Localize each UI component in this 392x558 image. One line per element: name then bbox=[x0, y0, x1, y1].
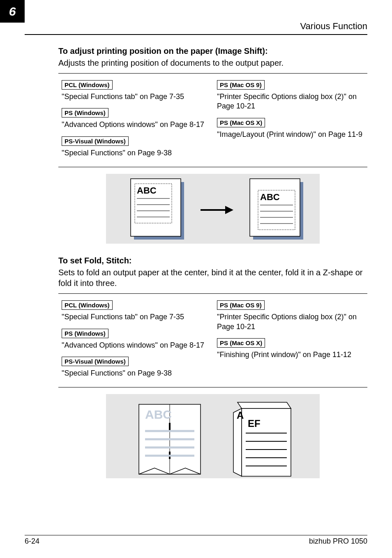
driver-tag: PS (Mac OS X) bbox=[217, 338, 265, 348]
driver-tag: PS-Visual (Windows) bbox=[62, 136, 129, 146]
driver-link: "Printer Specific Options dialog box (2)… bbox=[217, 92, 364, 111]
section2-driverbox: PCL (Windows) "Special Functions tab" on… bbox=[58, 293, 367, 387]
section1-right-col: PS (Mac OS 9) "Printer Specific Options … bbox=[217, 78, 364, 162]
driver-link: "Advanced Options windows" on Page 8-17 bbox=[62, 341, 209, 350]
driver-tag: PCL (Windows) bbox=[62, 300, 113, 310]
driver-tag: PS (Mac OS 9) bbox=[217, 80, 265, 90]
svg-text:EF: EF bbox=[248, 418, 261, 429]
driver-tag: PS (Mac OS 9) bbox=[217, 300, 265, 310]
fold-stitch-illustration: ABC A EF bbox=[106, 394, 320, 478]
driver-link: "Special Functions tab" on Page 7-35 bbox=[62, 92, 209, 101]
svg-marker-28 bbox=[238, 402, 291, 408]
svg-rect-11 bbox=[250, 179, 300, 236]
model-name: bizhub PRO 1050 bbox=[309, 537, 367, 546]
driver-link: "Special Functions" on Page 9-38 bbox=[62, 369, 209, 378]
driver-tag: PCL (Windows) bbox=[62, 80, 113, 90]
footer: 6-24 bizhub PRO 1050 bbox=[25, 535, 367, 546]
driver-link: "Image/Layout (Print window)" on Page 11… bbox=[217, 130, 364, 139]
section-title: Various Function bbox=[300, 21, 367, 34]
illus-label: ABC bbox=[137, 185, 157, 196]
page-number: 6-24 bbox=[25, 537, 39, 546]
section1-heading: To adjust printing position on the paper… bbox=[58, 46, 367, 56]
section1-driverbox: PCL (Windows) "Special Functions tab" on… bbox=[58, 73, 367, 167]
section2-desc: Sets to fold an output paper at the cent… bbox=[58, 267, 367, 288]
illus-label: ABC bbox=[260, 192, 280, 202]
section2-heading: To set Fold, Stitch: bbox=[58, 256, 367, 265]
header-bar: Various Function bbox=[25, 12, 367, 35]
section1-desc: Adjusts the printing position of documen… bbox=[58, 58, 367, 68]
section2-right-col: PS (Mac OS 9) "Printer Specific Options … bbox=[217, 298, 364, 382]
driver-tag: PS-Visual (Windows) bbox=[62, 357, 129, 366]
chapter-number-badge: 6 bbox=[0, 0, 25, 23]
driver-tag: PS (Windows) bbox=[62, 108, 108, 118]
driver-tag: PS (Mac OS X) bbox=[217, 118, 265, 127]
driver-link: "Special Functions tab" on Page 7-35 bbox=[62, 312, 209, 322]
image-shift-illustration: ABC ABC bbox=[106, 174, 320, 244]
driver-link: "Printer Specific Options dialog box (2)… bbox=[217, 312, 364, 332]
section2-left-col: PCL (Windows) "Special Functions tab" on… bbox=[62, 298, 209, 382]
driver-link: "Finishing (Print window)" on Page 11-12 bbox=[217, 350, 364, 360]
driver-link: "Advanced Options windows" on Page 8-17 bbox=[62, 120, 209, 129]
driver-link: "Special Functions" on Page 9-38 bbox=[62, 148, 209, 158]
driver-tag: PS (Windows) bbox=[62, 329, 108, 338]
section1-left-col: PCL (Windows) "Special Functions tab" on… bbox=[62, 78, 209, 162]
svg-text:ABC: ABC bbox=[145, 408, 172, 421]
svg-text:A: A bbox=[237, 410, 244, 421]
